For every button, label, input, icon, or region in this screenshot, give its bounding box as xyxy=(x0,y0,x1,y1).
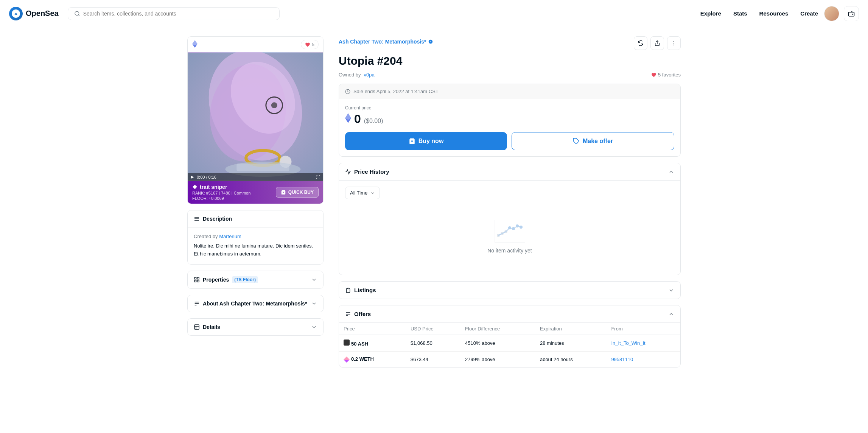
description-body: Created by Marterium Nolite ire. Dic mih… xyxy=(188,227,323,264)
description-title: Description xyxy=(203,216,232,222)
properties-header[interactable]: Properties (TS Floor) xyxy=(188,271,323,288)
time-range-dropdown[interactable]: All Time xyxy=(345,187,380,199)
table-row: 50 ASH $1,068.50 4510% above 28 minutes … xyxy=(339,335,680,352)
page-container: 5 xyxy=(169,27,699,374)
offers-icon xyxy=(345,311,351,317)
offers-header[interactable]: Offers xyxy=(339,305,680,322)
search-bar[interactable] xyxy=(68,7,280,20)
more-icon xyxy=(671,40,677,46)
details-header[interactable]: Details xyxy=(188,319,323,335)
chevron-down-icon-details xyxy=(311,324,317,330)
collection-link[interactable]: Ash Chapter Two: Metamorphosis* xyxy=(339,39,433,45)
svg-rect-15 xyxy=(194,277,196,279)
about-icon xyxy=(194,301,200,307)
chart-icon xyxy=(345,169,351,175)
offer-usd-price: $673.44 xyxy=(406,352,460,367)
eth-price-icon xyxy=(345,113,351,123)
properties-section: Properties (TS Floor) xyxy=(187,271,324,289)
svg-point-12 xyxy=(271,102,277,108)
nav-resources[interactable]: Resources xyxy=(759,10,789,17)
tag-icon xyxy=(573,138,580,145)
nav-create[interactable]: Create xyxy=(800,10,818,17)
sale-card: Sale ends April 5, 2022 at 1:41am CST Cu… xyxy=(339,84,681,157)
right-panel: Ash Chapter Two: Metamorphosis* xyxy=(339,36,681,374)
offer-price: 0.2 WETH xyxy=(339,352,406,367)
logo-icon xyxy=(9,7,23,20)
offer-floor-diff: 2799% above xyxy=(460,352,535,367)
diamond-icon xyxy=(192,184,198,190)
nav-stats[interactable]: Stats xyxy=(733,10,747,17)
nft-artwork: ▶ 0:00 / 0:16 ⛶ xyxy=(188,52,323,181)
right-title-bar: Ash Chapter Two: Metamorphosis* xyxy=(339,36,681,50)
logo-text: OpenSea xyxy=(26,9,59,18)
chevron-up-offers xyxy=(668,311,674,317)
svg-rect-14 xyxy=(236,164,289,171)
play-icon[interactable]: ▶ xyxy=(191,174,194,179)
description-section: Description Created by Marterium Nolite … xyxy=(187,210,324,265)
offer-floor-diff: 4510% above xyxy=(460,335,535,352)
fullscreen-icon[interactable]: ⛶ xyxy=(316,175,320,179)
svg-rect-17 xyxy=(194,280,196,282)
shopping-bag-icon xyxy=(409,138,415,145)
offer-usd-price: $1,068.50 xyxy=(406,335,460,352)
ts-brand: trait sniper xyxy=(192,184,250,190)
listings-title: Listings xyxy=(354,287,376,293)
wallet-icon xyxy=(848,10,855,17)
buy-now-button[interactable]: Buy now xyxy=(345,132,507,150)
properties-icon xyxy=(194,277,200,283)
make-offer-button[interactable]: Make offer xyxy=(512,132,674,150)
likes-button[interactable]: 5 xyxy=(301,40,319,49)
chevron-down-icon xyxy=(311,277,317,283)
verified-icon xyxy=(428,39,433,44)
properties-title: Properties xyxy=(203,277,229,283)
col-price: Price xyxy=(339,323,406,335)
svg-rect-16 xyxy=(197,277,199,279)
col-usd-price: USD Price xyxy=(406,323,460,335)
heart-icon xyxy=(305,42,310,47)
details-icon xyxy=(194,324,200,330)
svg-rect-18 xyxy=(197,280,199,282)
wallet-icon-btn[interactable] xyxy=(844,6,859,21)
user-avatar[interactable] xyxy=(824,6,839,21)
offer-from: 99581110 xyxy=(607,352,680,367)
price-history-header[interactable]: Price History xyxy=(339,163,680,180)
refresh-icon xyxy=(638,40,644,46)
col-expiration: Expiration xyxy=(535,323,607,335)
creator-link[interactable]: Marterium xyxy=(219,234,241,239)
about-header[interactable]: About Ash Chapter Two: Metamorphosis* xyxy=(188,295,323,312)
more-options-button[interactable] xyxy=(667,36,681,50)
ts-floor: FLOOR: ≈0.0069 xyxy=(192,196,250,201)
logo-link[interactable]: OpenSea xyxy=(9,7,59,20)
offer-from: In_It_To_Win_It xyxy=(607,335,680,352)
svg-rect-19 xyxy=(194,325,199,329)
video-controls: ▶ 0:00 / 0:16 ⛶ xyxy=(188,173,323,181)
likes-count: 5 xyxy=(312,42,314,47)
owner-link[interactable]: v0pa xyxy=(364,72,375,78)
quick-buy-button[interactable]: QUICK BUY xyxy=(276,187,319,198)
sale-timer: Sale ends April 5, 2022 at 1:41am CST xyxy=(339,84,680,99)
ts-rank: RANK: #5167 | 7480 | Common xyxy=(192,191,250,195)
svg-point-21 xyxy=(674,43,674,44)
svg-point-20 xyxy=(674,41,674,42)
description-text: Nolite ire. Dic mihi ne lumina mutare. D… xyxy=(194,242,317,258)
action-buttons: Buy now Make offer xyxy=(345,132,674,150)
offers-table-wrapper[interactable]: Price USD Price Floor Difference Expirat… xyxy=(339,323,680,367)
navbar-icons xyxy=(824,6,859,21)
nav-explore[interactable]: Explore xyxy=(700,10,721,17)
svg-point-2 xyxy=(852,14,853,14)
eth-chain-icon xyxy=(192,40,198,49)
from-link[interactable]: In_It_To_Win_It xyxy=(611,340,645,346)
search-input[interactable] xyxy=(83,11,273,17)
cart-icon xyxy=(281,190,286,195)
listings-header[interactable]: Listings xyxy=(339,282,680,299)
offers-table: Price USD Price Floor Difference Expirat… xyxy=(339,323,680,367)
description-header[interactable]: Description xyxy=(188,210,323,227)
from-link[interactable]: 99581110 xyxy=(611,357,633,362)
sale-body: Current price 0 ($0.00) Buy now xyxy=(339,99,680,156)
video-time: 0:00 / 0:16 xyxy=(197,175,216,179)
price-row: 0 ($0.00) xyxy=(345,112,674,126)
refresh-button[interactable] xyxy=(634,36,647,50)
share-button[interactable] xyxy=(650,36,664,50)
chevron-down-listings xyxy=(668,287,674,293)
offers-title: Offers xyxy=(354,311,371,317)
